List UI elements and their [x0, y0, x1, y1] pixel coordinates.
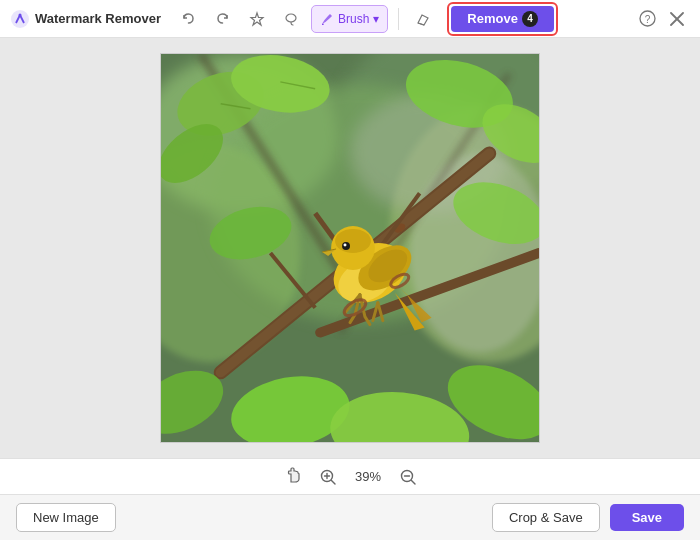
- zoom-in-button[interactable]: [316, 465, 340, 489]
- brush-dropdown-icon: ▾: [373, 12, 379, 26]
- svg-point-0: [11, 10, 29, 28]
- save-label: Save: [632, 510, 662, 525]
- redo-icon: [215, 11, 230, 26]
- remove-badge: 4: [522, 11, 538, 27]
- zoom-out-icon: [400, 469, 416, 485]
- close-icon: [670, 12, 684, 26]
- svg-point-1: [19, 13, 22, 16]
- hand-icon: [284, 466, 302, 484]
- image-container: [160, 53, 540, 443]
- toolbar-divider-1: [398, 8, 399, 30]
- canvas-area: [0, 38, 700, 458]
- svg-line-55: [412, 480, 416, 484]
- pan-tool-button[interactable]: [280, 466, 306, 488]
- svg-text:?: ?: [644, 14, 650, 25]
- new-image-label: New Image: [33, 510, 99, 525]
- svg-line-3: [418, 23, 424, 25]
- zoom-bar: 39%: [0, 458, 700, 494]
- eraser-icon: [415, 11, 431, 27]
- redo-button[interactable]: [209, 5, 237, 33]
- zoom-level: 39%: [350, 469, 386, 484]
- brush-tool-button[interactable]: Brush ▾: [311, 5, 388, 33]
- remove-button-wrapper: Remove 4: [447, 2, 558, 36]
- lasso-tool-button[interactable]: [277, 5, 305, 33]
- toolbar-right: ?: [634, 6, 690, 32]
- zoom-in-icon: [320, 469, 336, 485]
- close-button[interactable]: [664, 6, 690, 32]
- logo-icon: [10, 9, 30, 29]
- footer: New Image Crop & Save Save: [0, 494, 700, 540]
- footer-right: Crop & Save Save: [492, 503, 684, 532]
- toolbar: Watermark Remover Brush ▾: [0, 0, 700, 38]
- help-icon: ?: [639, 10, 656, 27]
- zoom-out-button[interactable]: [396, 465, 420, 489]
- save-button[interactable]: Save: [610, 504, 684, 531]
- undo-icon: [181, 11, 196, 26]
- undo-button[interactable]: [175, 5, 203, 33]
- crop-save-label: Crop & Save: [509, 510, 583, 525]
- shape-tool-button[interactable]: [243, 5, 271, 33]
- brush-label: Brush: [338, 12, 369, 26]
- app-title: Watermark Remover: [35, 11, 161, 26]
- svg-line-51: [332, 480, 336, 484]
- lasso-icon: [283, 11, 299, 27]
- svg-point-46: [344, 244, 347, 247]
- footer-left: New Image: [16, 503, 492, 532]
- svg-point-44: [335, 229, 371, 253]
- remove-label: Remove: [467, 11, 518, 26]
- eraser-tool-button[interactable]: [409, 5, 437, 33]
- brush-icon: [320, 12, 334, 26]
- crop-save-button[interactable]: Crop & Save: [492, 503, 600, 532]
- bird-scene-svg: [161, 54, 539, 442]
- star-icon: [249, 11, 265, 27]
- help-button[interactable]: ?: [634, 6, 660, 32]
- bird-image[interactable]: [160, 53, 540, 443]
- app-logo: Watermark Remover: [10, 9, 161, 29]
- remove-button[interactable]: Remove 4: [451, 6, 554, 32]
- new-image-button[interactable]: New Image: [16, 503, 116, 532]
- svg-point-2: [286, 14, 296, 22]
